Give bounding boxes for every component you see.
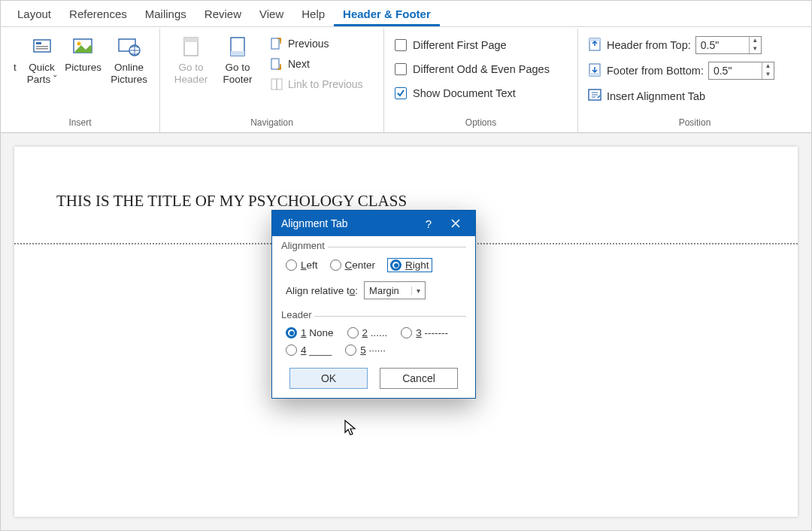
- previous-label: Previous: [288, 38, 329, 50]
- leader-5-radio[interactable]: 5 ······: [345, 344, 386, 356]
- previous-button[interactable]: Previous: [265, 35, 368, 53]
- insert-alignment-tab-label: Insert Alignment Tab: [607, 90, 705, 102]
- svg-rect-19: [589, 73, 600, 76]
- tab-references[interactable]: References: [60, 3, 136, 26]
- previous-icon: [270, 37, 283, 50]
- radio-icon: [286, 327, 297, 338]
- different-odd-even-checkbox[interactable]: Different Odd & Even Pages: [392, 60, 553, 78]
- radio-icon: [345, 344, 356, 356]
- quick-parts-icon: [30, 35, 54, 59]
- online-pictures-icon: [117, 35, 141, 59]
- leader-1-label: 1 None: [301, 327, 334, 338]
- checkbox-icon: [395, 39, 407, 51]
- ribbon-group-insert: t Quick Parts ˇ Pictures Online Pictures: [1, 29, 160, 132]
- svg-rect-2: [36, 46, 48, 47]
- tab-review[interactable]: Review: [195, 3, 250, 26]
- ribbon-group-navigation: Go to Header Go to Footer Previous: [160, 29, 384, 132]
- align-left-radio[interactable]: Left: [286, 259, 318, 271]
- alignment-group: Alignment Left Center Right Align relati…: [281, 247, 466, 305]
- insert-alignment-tab-button[interactable]: Insert Alignment Tab: [586, 86, 776, 106]
- go-to-footer-label: Go to Footer: [216, 62, 259, 86]
- group-label-insert: Insert: [8, 116, 152, 131]
- next-label: Next: [288, 58, 310, 70]
- dialog-help-button[interactable]: ?: [415, 217, 442, 230]
- quick-parts-button[interactable]: Quick Parts ˇ: [23, 32, 60, 89]
- leader-4-radio[interactable]: 4 ____: [286, 344, 332, 356]
- go-to-footer-button[interactable]: Go to Footer: [214, 32, 261, 89]
- link-to-previous-button[interactable]: Link to Previous: [265, 75, 368, 93]
- header-text[interactable]: THIS IS THE TITLE OF MY PSYCHOLOGY CLASS: [56, 192, 407, 210]
- tab-layout[interactable]: Layout: [8, 3, 60, 26]
- group-label-position: Position: [586, 116, 804, 131]
- tab-view[interactable]: View: [250, 3, 292, 26]
- show-document-text-checkbox[interactable]: Show Document Text: [392, 84, 553, 102]
- spin-down[interactable]: ▼: [750, 45, 761, 53]
- next-button[interactable]: Next: [265, 55, 368, 73]
- footer-from-bottom-input[interactable]: 0.5" ▲▼: [708, 62, 774, 80]
- leader-1-none-radio[interactable]: 1 None: [286, 327, 334, 338]
- align-relative-select[interactable]: Margin ▾: [364, 281, 426, 299]
- leader-2-radio[interactable]: 2 ......: [347, 327, 388, 338]
- ok-button[interactable]: OK: [289, 368, 368, 389]
- partial-button[interactable]: t: [8, 32, 23, 77]
- radio-icon: [401, 327, 412, 338]
- svg-point-5: [77, 42, 80, 46]
- online-pictures-label: Online Pictures: [108, 62, 150, 86]
- footer-from-bottom-label: Footer from Bottom:: [607, 65, 704, 77]
- align-right-label: Right: [405, 259, 429, 271]
- pictures-label: Pictures: [65, 62, 102, 74]
- show-document-text-label: Show Document Text: [413, 87, 516, 99]
- tab-help[interactable]: Help: [292, 3, 334, 26]
- partial-label: t: [14, 62, 17, 74]
- leader-group: Leader 1 None 2 ...... 3 -------: [281, 316, 466, 363]
- cancel-button[interactable]: Cancel: [380, 368, 458, 389]
- leader-legend: Leader: [281, 309, 314, 320]
- quick-parts-label: Quick Parts ˇ: [25, 62, 59, 86]
- pictures-icon: [71, 35, 95, 59]
- dialog-close-button[interactable]: [442, 217, 469, 230]
- link-to-previous-icon: [270, 77, 283, 91]
- go-to-header-icon: [179, 35, 203, 59]
- radio-icon: [347, 327, 359, 338]
- ribbon-tabstrip: Layout References Mailings Review View H…: [1, 1, 811, 26]
- group-label-options: Options: [392, 116, 570, 131]
- leader-3-radio[interactable]: 3 -------: [401, 327, 448, 338]
- svg-rect-12: [271, 38, 279, 49]
- ribbon-group-options: Different First Page Different Odd & Eve…: [384, 29, 578, 132]
- header-from-top-input[interactable]: 0.5" ▲▼: [695, 36, 762, 54]
- align-relative-label: Align relative to:: [286, 285, 358, 296]
- radio-icon: [390, 259, 401, 271]
- next-icon: [270, 57, 283, 71]
- radio-icon: [286, 344, 297, 356]
- close-icon: [451, 219, 460, 228]
- pictures-button[interactable]: Pictures: [60, 32, 106, 77]
- online-pictures-button[interactable]: Online Pictures: [106, 32, 152, 89]
- header-from-top-value: 0.5": [696, 39, 749, 51]
- footer-from-bottom-row: Footer from Bottom: 0.5" ▲▼: [586, 60, 776, 81]
- tab-header-footer[interactable]: Header & Footer: [334, 3, 440, 26]
- dialog-titlebar[interactable]: Alignment Tab ?: [272, 211, 475, 236]
- spin-up[interactable]: ▲: [762, 62, 774, 71]
- radio-icon: [330, 259, 341, 271]
- go-to-header-button[interactable]: Go to Header: [168, 32, 214, 89]
- checkbox-icon: [395, 63, 407, 75]
- different-first-page-checkbox[interactable]: Different First Page: [392, 36, 553, 54]
- footer-from-bottom-value: 0.5": [709, 65, 762, 77]
- alignment-legend: Alignment: [281, 240, 328, 251]
- radio-icon: [286, 259, 297, 271]
- leader-4-label: 4 ____: [301, 344, 332, 356]
- align-center-radio[interactable]: Center: [330, 259, 376, 271]
- spin-down[interactable]: ▼: [762, 71, 774, 79]
- spin-up[interactable]: ▲: [750, 37, 761, 45]
- checkbox-icon: [395, 87, 407, 99]
- tab-mailings[interactable]: Mailings: [136, 3, 195, 26]
- align-left-label: Left: [301, 259, 318, 271]
- leader-5-label: 5 ······: [360, 344, 386, 356]
- different-odd-even-label: Different Odd & Even Pages: [413, 63, 550, 75]
- svg-rect-9: [184, 38, 198, 42]
- header-from-top-label: Header from Top:: [607, 39, 691, 51]
- go-to-header-label: Go to Header: [169, 62, 213, 86]
- go-to-footer-icon: [226, 35, 250, 59]
- align-right-radio[interactable]: Right: [387, 258, 432, 272]
- align-relative-value: Margin: [365, 285, 411, 296]
